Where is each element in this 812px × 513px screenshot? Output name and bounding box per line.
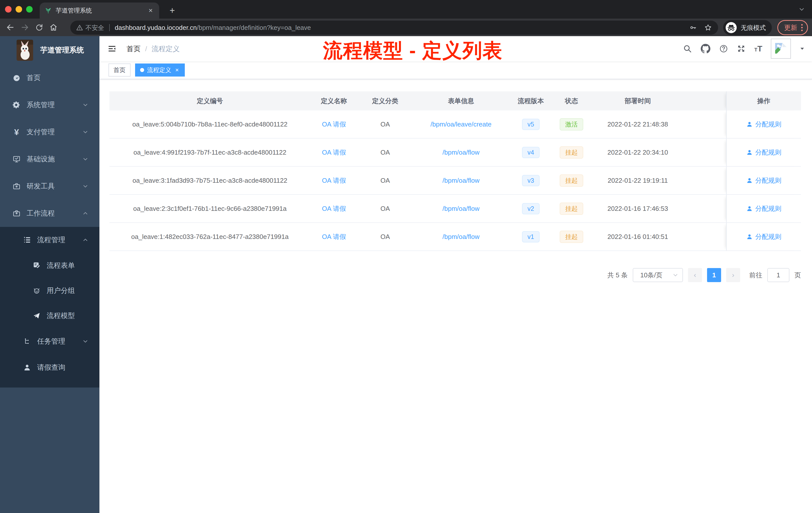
definition-name-link[interactable]: OA 请假 [322, 148, 346, 157]
sidebar-item-3[interactable]: 基础设施 [0, 146, 99, 173]
close-window-button[interactable] [5, 6, 11, 12]
app-title: 芋道管理系统 [40, 45, 84, 55]
tag-close-icon[interactable]: × [174, 66, 180, 73]
search-icon[interactable] [683, 44, 692, 53]
sidebar-item-5[interactable]: 工作流程 [0, 200, 99, 227]
minimize-window-button[interactable] [16, 6, 22, 12]
breadcrumb-home[interactable]: 首页 [126, 44, 141, 54]
user-icon [746, 149, 753, 156]
screen: 芋道管理系统 × + 不安全 dashboard.yudao.iocoder.c… [0, 0, 812, 513]
sidebar-item-icon [23, 363, 31, 371]
reload-button[interactable] [35, 23, 43, 31]
password-key-icon[interactable] [690, 24, 697, 31]
sidebar-item-7[interactable]: 流程表单 [0, 253, 99, 278]
tag-active-dot [140, 68, 144, 72]
breadcrumb: 首页 / 流程定义 [126, 44, 180, 54]
assign-rule-link[interactable]: 分配规则 [746, 120, 781, 129]
user-avatar[interactable] [771, 39, 791, 59]
assign-rule-link[interactable]: 分配规则 [746, 233, 781, 241]
address-bar[interactable]: 不安全 dashboard.yudao.iocoder.cn/bpm/manag… [70, 21, 718, 35]
update-button[interactable]: 更新 [777, 20, 808, 35]
page-content: 定义编号定义名称定义分类表单信息流程版本状态部署时间操作 oa_leave:5:… [99, 91, 812, 513]
sidebar-item-4[interactable]: 研发工具 [0, 173, 99, 200]
fullscreen-icon[interactable] [737, 44, 746, 53]
url-text: dashboard.yudao.iocoder.cn/bpm/manager/d… [115, 24, 311, 32]
sidebar-item-label: 请假查询 [37, 363, 65, 372]
tab-close-icon[interactable]: × [147, 6, 154, 14]
cell-category: OA [380, 205, 390, 213]
next-page-button[interactable]: › [726, 268, 740, 282]
sidebar-item-icon [12, 74, 21, 82]
breadcrumb-current: 流程定义 [152, 44, 180, 54]
bookmark-star-icon[interactable] [704, 24, 712, 32]
definition-name-link[interactable]: OA 请假 [322, 176, 346, 185]
cell-deploy-time: 2022-01-22 21:48:38 [607, 120, 668, 128]
table-body: oa_leave:5:004b710b-7b8a-11ec-8ef0-acde4… [110, 111, 801, 251]
select-chevron-icon [672, 272, 678, 278]
prev-page-button[interactable]: ‹ [688, 268, 702, 282]
browser-tab[interactable]: 芋道管理系统 × [40, 2, 159, 19]
user-icon [746, 205, 753, 212]
sidebar-item-label: 流程模型 [47, 311, 75, 321]
sidebar-item-1[interactable]: 系统管理 [0, 91, 99, 118]
browser-menu-kebab-icon[interactable] [801, 24, 803, 31]
page-size-select[interactable]: 10条/页 [633, 268, 683, 282]
definition-name-link[interactable]: OA 请假 [322, 204, 346, 213]
sidebar-collapse-icon[interactable] [108, 44, 116, 53]
sidebar-item-11[interactable]: 请假查询 [0, 354, 99, 381]
definition-name-link[interactable]: OA 请假 [322, 233, 346, 241]
help-icon[interactable] [719, 44, 728, 53]
status-badge: 激活 [560, 118, 583, 130]
column-header: 定义分类 [357, 91, 413, 111]
sidebar-item-icon [23, 236, 31, 244]
definition-table: 定义编号定义名称定义分类表单信息流程版本状态部署时间操作 oa_leave:5:… [110, 91, 801, 251]
form-info-link[interactable]: /bpm/oa/leave/create [431, 120, 492, 128]
sidebar-item-arrow-icon [82, 237, 88, 243]
sidebar-logo[interactable]: 芋道管理系统 [0, 36, 99, 64]
github-icon[interactable] [700, 44, 710, 54]
page-number-button[interactable]: 1 [707, 268, 721, 282]
window-controls [5, 6, 33, 12]
security-chip[interactable]: 不安全 [76, 24, 104, 32]
update-label: 更新 [784, 23, 797, 32]
sidebar-item-6[interactable]: 流程管理 [0, 227, 99, 253]
home-button[interactable] [49, 23, 58, 32]
tag[interactable]: 流程定义 × [135, 63, 185, 77]
form-info-link[interactable]: /bpm/oa/flow [442, 233, 479, 241]
assign-rule-link[interactable]: 分配规则 [746, 176, 781, 185]
maximize-window-button[interactable] [26, 6, 33, 12]
sidebar-item-0[interactable]: 首页 [0, 64, 99, 91]
table-row: oa_leave:2:3c1f0ef1-76b1-11ec-9c66-a2380… [110, 195, 801, 223]
sidebar-item-icon [12, 182, 21, 190]
incognito-label: 无痕模式 [741, 24, 766, 32]
sidebar: 芋道管理系统 首页 系统管理 ¥ 支付管理 基础设施 研发工具 工作流程 流程管… [0, 36, 99, 513]
assign-rule-link[interactable]: 分配规则 [746, 148, 781, 157]
tab-search-chevron-icon[interactable] [799, 6, 805, 12]
goto-page-input[interactable] [767, 268, 789, 282]
definition-name-link[interactable]: OA 请假 [322, 120, 346, 129]
assign-rule-label: 分配规则 [755, 148, 781, 157]
form-info-link[interactable]: /bpm/oa/flow [442, 205, 479, 213]
sidebar-item-10[interactable]: 任务管理 [0, 328, 99, 354]
version-badge: v1 [522, 231, 540, 242]
font-size-icon[interactable]: TT [754, 44, 762, 54]
forward-button[interactable] [21, 23, 29, 32]
cell-definition-id: oa_leave:2:3c1f0ef1-76b1-11ec-9c66-a2380… [133, 205, 287, 213]
form-info-link[interactable]: /bpm/oa/flow [442, 177, 479, 184]
status-badge: 挂起 [560, 146, 583, 159]
assign-rule-link[interactable]: 分配规则 [746, 204, 781, 213]
column-header: 操作 [726, 91, 801, 111]
sidebar-item-label: 首页 [27, 73, 41, 83]
cell-definition-id: oa_leave:3:1fad3d93-7b75-11ec-a3c8-acde4… [133, 177, 287, 184]
main-area: 首页 / 流程定义 TT 流程模型 - 定义列表 [99, 36, 812, 513]
sidebar-item-icon [33, 262, 41, 270]
sidebar-item-9[interactable]: 流程模型 [0, 303, 99, 328]
new-tab-button[interactable]: + [166, 4, 179, 17]
back-button[interactable] [6, 23, 14, 32]
tag[interactable]: 首页 [109, 63, 130, 77]
logo-avatar [17, 40, 33, 61]
sidebar-item-2[interactable]: ¥ 支付管理 [0, 118, 99, 146]
form-info-link[interactable]: /bpm/oa/flow [442, 149, 479, 156]
avatar-caret-down-icon[interactable] [800, 46, 805, 52]
sidebar-item-8[interactable]: 用户分组 [0, 278, 99, 303]
